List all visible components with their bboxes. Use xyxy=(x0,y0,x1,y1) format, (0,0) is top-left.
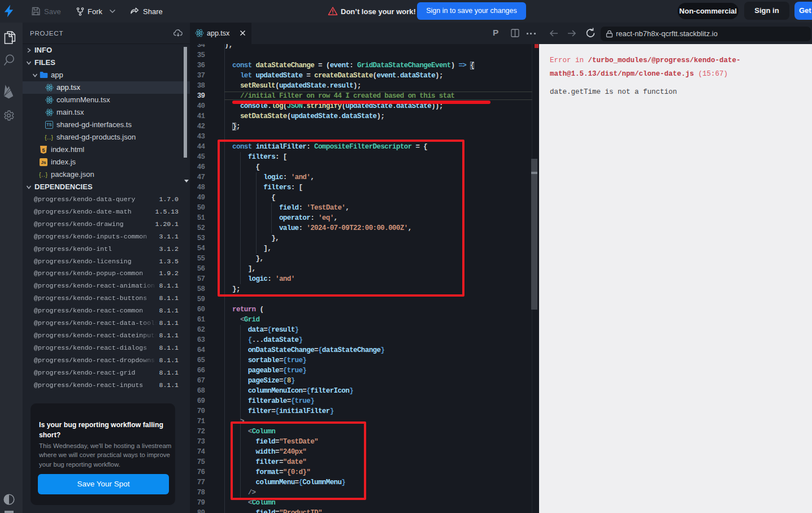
svg-text:5: 5 xyxy=(42,147,45,153)
svg-text:{..}: {..} xyxy=(39,172,47,179)
svg-text:{..}: {..} xyxy=(45,134,53,141)
